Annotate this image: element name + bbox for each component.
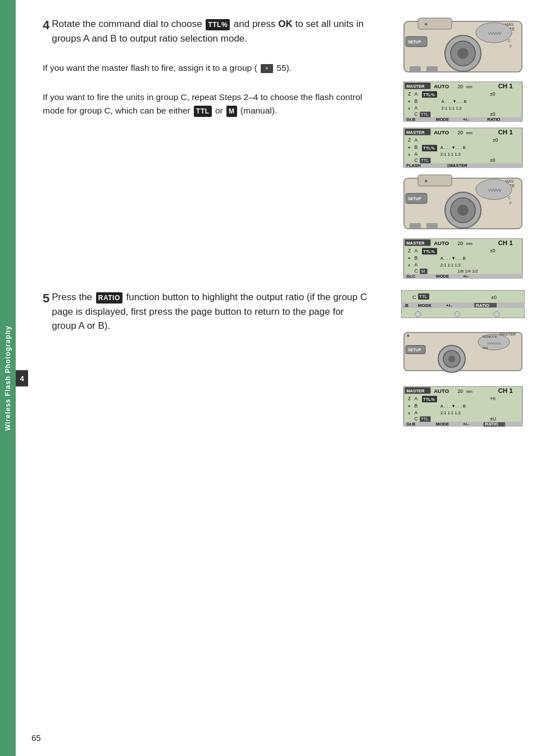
svg-text:Z: Z: [408, 137, 411, 143]
step4-header: 4 Rotate the command dial to choose TTL%…: [43, 17, 367, 46]
svg-rect-81: [426, 223, 438, 229]
step4-text-col: 4 Rotate the command dial to choose TTL%…: [43, 17, 367, 279]
lcd-diagram-5: MASTER AUTO 20 mm CH 1 Z A TTL% +n ≡ B A…: [401, 386, 525, 427]
svg-text:C: C: [415, 157, 418, 163]
svg-text:2:1  1:1  1:2: 2:1 1:1 1:2: [440, 410, 461, 415]
svg-text:MODE: MODE: [436, 422, 449, 427]
svg-point-79: [457, 205, 469, 216]
svg-text:C: C: [412, 295, 416, 300]
svg-text:A: A: [415, 248, 418, 253]
camera-diagram-2: a MAS R MOTE SETUP VVVVV C F: [401, 174, 525, 233]
svg-text:20: 20: [457, 241, 463, 246]
svg-rect-1: [418, 18, 452, 29]
camera-diagram-3: SETUP VVVVVV REMOTE ON MASTER a: [401, 323, 525, 382]
svg-text:2:1  1:1  1:2: 2:1 1:1 1:2: [440, 262, 461, 268]
svg-text:≡: ≡: [408, 404, 411, 409]
svg-text:B: B: [415, 144, 418, 150]
svg-text:MODE: MODE: [436, 274, 449, 279]
svg-text:±: ±: [408, 262, 410, 268]
svg-text:Gr.B: Gr.B: [406, 117, 416, 122]
step4-number: 4: [43, 18, 49, 33]
step5-img-col: C TTL ±0 .B MODE +/– RATIO SETUP: [379, 290, 525, 427]
svg-text:2:1  1:1  1:2: 2:1 1:1 1:2: [442, 106, 462, 111]
svg-text:SETUP: SETUP: [408, 40, 421, 44]
svg-text:CH 1: CH 1: [498, 83, 513, 89]
step4-row: 4 Rotate the command dial to choose TTL%…: [43, 17, 525, 279]
svg-text:C: C: [415, 416, 418, 422]
svg-text:AUTO: AUTO: [434, 83, 449, 89]
svg-text:SETUP: SETUP: [408, 348, 421, 352]
svg-text:+/–: +/–: [463, 274, 470, 279]
svg-text:±0: ±0: [490, 157, 496, 163]
svg-text:a: a: [425, 178, 428, 183]
svg-text:MODE: MODE: [436, 117, 449, 122]
svg-point-11: [457, 48, 469, 59]
svg-rect-13: [426, 66, 438, 72]
svg-text:TTL%: TTL%: [423, 146, 435, 151]
sidebar-label: Wireless Flash Photography: [4, 325, 12, 431]
svg-text:20: 20: [457, 130, 463, 135]
svg-text:TTL: TTL: [421, 112, 429, 117]
ok-label: OK: [278, 19, 293, 29]
svg-text:TTL: TTL: [421, 417, 429, 422]
svg-text:B: B: [415, 255, 418, 261]
svg-point-123: [494, 311, 499, 317]
svg-text:TTL: TTL: [421, 158, 429, 163]
svg-text:C: C: [415, 111, 418, 117]
page-tab: 4: [16, 370, 28, 386]
step5-text: Press the RATIO function button to highl…: [52, 290, 367, 333]
svg-text:B: B: [415, 98, 418, 104]
svg-text:mm: mm: [466, 85, 473, 89]
svg-text:±: ±: [408, 410, 410, 415]
svg-text:TTL: TTL: [419, 294, 428, 299]
svg-text:±0: ±0: [491, 295, 497, 300]
svg-text:≡: ≡: [408, 145, 411, 150]
svg-text:M: M: [421, 269, 425, 274]
svg-text:ON: ON: [483, 346, 488, 350]
svg-text:F: F: [510, 44, 512, 48]
sidebar: Wireless Flash Photography: [0, 0, 16, 756]
ratio-badge: RATIO: [96, 292, 122, 304]
svg-rect-12: [410, 66, 421, 72]
svg-point-134: [448, 356, 455, 363]
svg-text:±U: ±U: [490, 416, 496, 422]
svg-text:REMOTE: REMOTE: [483, 335, 497, 338]
svg-text:RATIO: RATIO: [485, 422, 498, 427]
step5-text-col: 5 Press the RATIO function button to hig…: [43, 290, 367, 427]
svg-text:VVVVVV: VVVVVV: [487, 342, 501, 345]
svg-text:2:1  1:1  1:2: 2:1 1:1 1:2: [440, 152, 461, 157]
svg-text:mm: mm: [466, 242, 473, 246]
page-ref-icon-1: ≡: [261, 64, 273, 73]
svg-text:A . . . ▼. . . B: A . . . ▼. . . B: [440, 145, 466, 150]
svg-text:A: A: [415, 151, 418, 157]
svg-text:RATIO: RATIO: [487, 117, 500, 122]
svg-text:A: A: [415, 410, 418, 415]
svg-text:TTL%: TTL%: [423, 92, 435, 97]
svg-text:mm: mm: [466, 131, 473, 135]
svg-text:a: a: [425, 21, 428, 26]
svg-text:MODE: MODE: [418, 303, 432, 308]
svg-text:MASTER: MASTER: [406, 84, 425, 89]
lcd-diagram-2: MASTER AUTO 20 mm CH 1 Z A ±0 ≡ B TTL% A…: [401, 128, 525, 168]
svg-text:≡: ≡: [408, 256, 411, 261]
svg-text:MASTER: MASTER: [406, 388, 425, 393]
svg-text:MASTER: MASTER: [406, 241, 425, 246]
svg-text:SETUP: SETUP: [408, 197, 421, 201]
svg-text:±: ±: [408, 106, 410, 111]
lcd-snippet: C TTL ±0 .B MODE +/– RATIO: [401, 290, 525, 318]
main-content: 4 Rotate the command dial to choose TTL%…: [31, 0, 536, 449]
svg-text:A: A: [415, 137, 418, 143]
svg-text:Gr.B: Gr.B: [406, 422, 416, 427]
svg-text:AUTO: AUTO: [434, 240, 449, 246]
lcd-diagram-1: MASTER AUTO 20 mm CH 1 Z A TTL% ±0 ≡ B A…: [401, 82, 525, 122]
svg-text:A: A: [415, 91, 418, 97]
svg-text:TTL%: TTL%: [423, 249, 435, 254]
svg-text:MASTER: MASTER: [406, 130, 425, 135]
svg-text:RATIO: RATIO: [476, 303, 489, 308]
svg-text:+/–: +/–: [463, 422, 470, 427]
svg-text:C: C: [508, 39, 511, 43]
svg-text:A . . . ▼. . . B: A . . . ▼. . . B: [440, 404, 466, 409]
svg-text:a: a: [407, 333, 410, 338]
step5-row: 5 Press the RATIO function button to hig…: [43, 290, 525, 427]
svg-text:Z: Z: [408, 248, 411, 253]
